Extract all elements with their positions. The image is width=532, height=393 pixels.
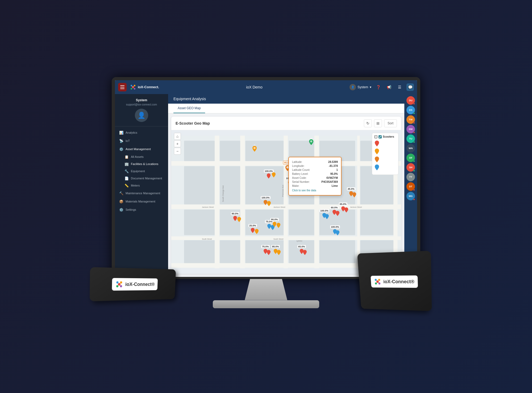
zoom-in-control[interactable]: + xyxy=(174,140,181,147)
pin-orange-mid[interactable] xyxy=(267,201,271,206)
hamburger-line-2 xyxy=(120,87,124,87)
pin-1[interactable] xyxy=(252,145,257,152)
scooters-checkbox[interactable] xyxy=(379,135,382,138)
map-area[interactable]: South Orange Ave Jackson Street Jackson … xyxy=(171,130,401,274)
avatar-sh[interactable]: SH xyxy=(406,163,415,172)
pin-65-b-b[interactable] xyxy=(303,250,307,255)
svg-rect-9 xyxy=(220,141,240,161)
popup-lat-label: Latitude: xyxy=(292,160,302,163)
fab-add-button[interactable]: + xyxy=(376,260,385,269)
popup-row-lon: Longitude: -81.378 xyxy=(292,164,338,167)
pin-label-80: 80.0% xyxy=(231,212,239,215)
tabs-bar: Asset GEO Map xyxy=(168,104,404,113)
pin-80-b[interactable] xyxy=(237,217,241,222)
materials-icon: 📦 xyxy=(119,200,123,204)
popup-row-asset: Asset Code: 6VWZYM xyxy=(292,176,338,179)
svg-point-60 xyxy=(376,280,379,283)
layers-button[interactable]: ⊞ xyxy=(374,119,382,127)
svg-text:Jackson Street: Jackson Street xyxy=(273,206,285,208)
svg-point-64 xyxy=(379,282,381,284)
sidebar-item-facilities[interactable]: 🏢 Facilities & Locations xyxy=(115,160,168,168)
pin-90-b[interactable] xyxy=(277,223,280,228)
home-control[interactable]: ⌂ xyxy=(174,133,181,140)
notification-button[interactable]: 📢 xyxy=(385,83,393,91)
sidebar-item-materials[interactable]: 📦 Materials Management xyxy=(115,197,168,206)
scooter-icon-2 xyxy=(374,149,380,155)
top-nav: ioX-Connect. ioX Demo 👤 System ▾ ❓ 📢 ☰ 💬 xyxy=(115,80,417,94)
scooter-icon-4 xyxy=(374,164,380,171)
popup-link[interactable]: Click to see the data xyxy=(292,189,338,192)
pin-100-2[interactable] xyxy=(272,172,276,178)
sidebar-item-iot[interactable]: 📡 IoT xyxy=(115,137,168,145)
pin-45-b[interactable] xyxy=(352,192,356,197)
avatar-tt[interactable]: TT xyxy=(406,173,415,181)
all-assets-icon: 📋 xyxy=(124,155,129,159)
sidebar-item-analytics[interactable]: 📊 Analytics xyxy=(115,129,168,137)
svg-rect-14 xyxy=(184,166,215,204)
refresh-button[interactable]: ↻ xyxy=(364,119,372,127)
pin-label-100-br: 100.0% xyxy=(330,225,340,229)
pin-85-b[interactable] xyxy=(277,250,281,255)
pin-75-b-row-b[interactable] xyxy=(267,250,271,255)
legend-expand-icon xyxy=(374,135,377,138)
main-layout: System support@iox-connect.com 👤 📊 Analy… xyxy=(115,94,417,277)
map-controls: ⌂ + − xyxy=(174,133,181,155)
pin-25-b[interactable] xyxy=(255,229,259,234)
avatar-tu[interactable]: TU xyxy=(406,134,415,143)
svg-rect-27 xyxy=(220,240,240,263)
popup-row-lat-count: Latitude Count: 1 xyxy=(292,168,338,171)
user-area[interactable]: 👤 System ▾ xyxy=(350,84,371,90)
tab-asset-geo-map[interactable]: Asset GEO Map xyxy=(173,104,205,113)
avatar-dt[interactable]: DT xyxy=(406,182,415,191)
avatar-ds[interactable]: DS xyxy=(406,106,415,114)
menu-button[interactable]: ☰ xyxy=(396,83,403,91)
asset-management-icon: ⚙️ xyxy=(119,147,123,151)
page-header: Equipment Analysis xyxy=(168,94,404,104)
svg-point-57 xyxy=(120,281,122,283)
pin-label-1 xyxy=(254,145,255,145)
sidebar-label-all-assets: All Assets xyxy=(131,155,144,158)
avatar-dm[interactable]: DM xyxy=(406,125,415,133)
pin-2[interactable] xyxy=(309,138,313,145)
pin-60-b[interactable] xyxy=(336,211,339,216)
pin-65-r-b[interactable] xyxy=(344,207,348,213)
sidebar-item-asset-management[interactable]: ⚙️ Asset Management xyxy=(115,145,168,153)
chat-button[interactable]: 💬 xyxy=(406,83,414,91)
avatar-tw[interactable]: TW xyxy=(406,115,415,124)
pin-100-br-b[interactable] xyxy=(336,230,339,235)
avatar-of[interactable]: OF xyxy=(406,154,415,162)
iot-icon: 📡 xyxy=(119,139,123,143)
sidebar-item-settings[interactable]: ⚙️ Settings xyxy=(115,206,168,214)
pin-100-r-b[interactable] xyxy=(325,214,329,219)
scooter-icon-1 xyxy=(374,141,380,147)
popup-make-label: Make: xyxy=(292,184,299,187)
svg-rect-31 xyxy=(360,240,393,263)
zoom-out-control[interactable]: − xyxy=(174,148,181,155)
nav-right: 👤 System ▾ ❓ 📢 ☰ 💬 xyxy=(350,83,414,91)
sidebar-item-document[interactable]: 📄 Document Management xyxy=(115,175,168,182)
avatar-wn[interactable]: WN xyxy=(406,144,415,153)
sidebar-item-all-assets[interactable]: 📋 All Assets xyxy=(115,153,168,160)
sort-button[interactable]: Sort xyxy=(384,119,397,127)
avatar-du[interactable]: DU xyxy=(406,96,415,105)
sidebar-item-equipment[interactable]: 🔧 Equipment xyxy=(115,168,168,175)
right-avatars-panel: DU DS TW DM xyxy=(404,94,417,277)
user-avatar: 👤 xyxy=(350,84,356,90)
nav-title: ioX Demo xyxy=(162,85,346,89)
sidebar-item-meters[interactable]: 📏 Meters xyxy=(115,182,168,189)
monitor-stand xyxy=(239,279,293,300)
svg-text:Lymmo: Lymmo xyxy=(296,240,302,242)
svg-text:Jackson Street: Jackson Street xyxy=(350,206,362,208)
legend-item-4 xyxy=(374,164,396,171)
avatar-mg[interactable]: MG xyxy=(406,192,415,200)
map-toolbar-right: ↻ ⊞ Sort xyxy=(364,119,397,127)
svg-rect-36 xyxy=(215,136,219,268)
sidebar-item-maintenance[interactable]: 🔨 Maintenance Management xyxy=(115,189,168,197)
sidebar-label-equipment: Equipment xyxy=(131,170,145,173)
map-container: E-Scooter Geo Map ↻ ⊞ Sort xyxy=(171,117,401,274)
svg-point-56 xyxy=(117,281,119,283)
screen-content: ioX-Connect. ioX Demo 👤 System ▾ ❓ 📢 ☰ 💬 xyxy=(115,80,417,277)
svg-point-61 xyxy=(375,279,377,281)
help-button[interactable]: ❓ xyxy=(375,83,382,91)
hamburger-button[interactable] xyxy=(118,83,127,91)
